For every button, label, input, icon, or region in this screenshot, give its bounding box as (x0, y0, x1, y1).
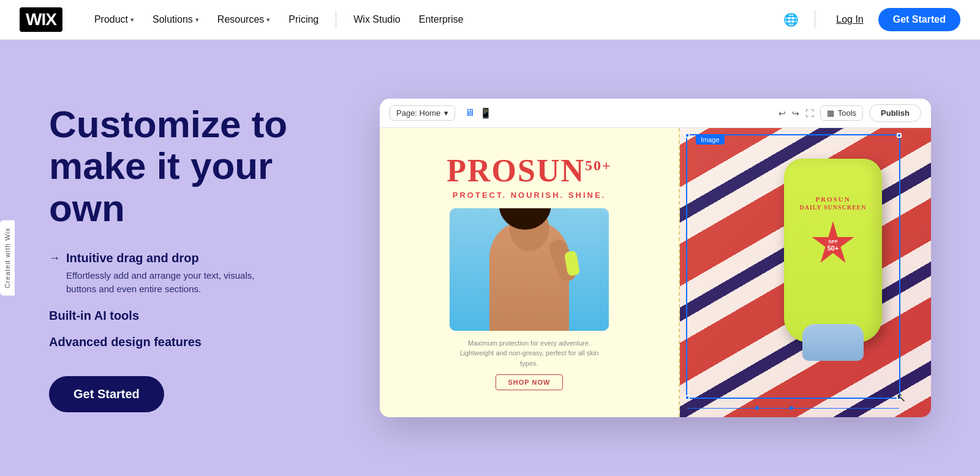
toolbar-right: ↩ ↪ ⛶ ▦ Tools Publish (778, 104, 921, 122)
chevron-down-icon: ▾ (130, 16, 134, 24)
nav-right: 🌐 Log In Get Started (783, 8, 960, 31)
feature-item-design: Advanced design features (49, 335, 355, 349)
nav-label-enterprise: Enterprise (419, 14, 464, 25)
tools-button[interactable]: ▦ Tools (820, 105, 863, 121)
editor-mockup: Page: Home ▾ 🖥 📱 ↩ ↪ ⛶ ▦ Tools Publis (380, 99, 931, 417)
login-link[interactable]: Log In (831, 10, 868, 29)
cursor-icon: ↖ (896, 390, 907, 405)
prosun-page-panel: PROSUN50+ PROTECT. NOURISH. SHINE. (380, 128, 680, 417)
bottle-cap (802, 324, 864, 361)
wix-logo[interactable]: WIX (20, 7, 62, 32)
bottle-brand: PROSUN DAILY SUNSCREEN (784, 195, 882, 211)
nav-divider (336, 10, 336, 29)
image-editing-panel: Image (680, 128, 931, 417)
bottle-sub-label: PROSUN (784, 195, 882, 203)
prosun-tagline: PROTECT. NOURISH. SHINE. (453, 191, 606, 200)
hero-section: Created with Wix Customize to make it yo… (0, 40, 980, 476)
feature-item-ai-tools: Built-in AI tools (49, 309, 355, 323)
nav-item-product[interactable]: Product ▾ (87, 10, 141, 29)
mobile-icon[interactable]: 📱 (480, 107, 492, 119)
nav-divider-2 (815, 10, 815, 29)
bottle-body: PROSUN DAILY SUNSCREEN SPF 50+ (784, 159, 882, 342)
feature-main-drag-drop[interactable]: → Intuitive drag and drop (49, 251, 355, 265)
page-selector[interactable]: Page: Home ▾ (390, 105, 455, 121)
editor-toolbar: Page: Home ▾ 🖥 📱 ↩ ↪ ⛶ ▦ Tools Publis (380, 99, 931, 128)
chevron-down-icon: ▾ (444, 108, 448, 118)
globe-icon[interactable]: 🌐 (783, 12, 799, 27)
prosun-description: Maximum protection for every adventure. … (456, 338, 603, 369)
nav-label-solutions: Solutions (153, 14, 193, 25)
nav-item-solutions[interactable]: Solutions ▾ (145, 10, 206, 29)
prosun-logo: PROSUN50+ (447, 155, 611, 187)
nav-label-wix-studio: Wix Studio (353, 14, 400, 25)
nav-item-wix-studio[interactable]: Wix Studio (346, 10, 407, 29)
nav-item-enterprise[interactable]: Enterprise (412, 10, 471, 29)
feature-item-drag-drop: → Intuitive drag and drop Effortlessly a… (49, 251, 355, 297)
desktop-icon[interactable]: 🖥 (465, 107, 475, 119)
tools-label: Tools (838, 108, 856, 118)
bottle-sub-text: DAILY SUNSCREEN (784, 204, 882, 211)
nav-item-pricing[interactable]: Pricing (281, 10, 326, 29)
prosun-product-image (450, 208, 609, 331)
feature-desc-drag-drop: Effortlessly add and arrange your text, … (66, 269, 274, 297)
hero-features: → Intuitive drag and drop Effortlessly a… (49, 251, 355, 349)
nav-label-resources: Resources (217, 14, 264, 25)
sunscreen-bottle: PROSUN DAILY SUNSCREEN SPF 50+ (772, 140, 894, 373)
page-label: Page: Home (396, 108, 440, 118)
chevron-down-icon: ▾ (266, 16, 270, 24)
nav-links: Product ▾ Solutions ▾ Resources ▾ Pricin… (87, 10, 783, 29)
undo-icon[interactable]: ↩ (778, 108, 786, 118)
navbar: WIX Product ▾ Solutions ▾ Resources ▾ Pr… (0, 0, 980, 40)
tools-icon: ▦ (827, 108, 834, 118)
nav-item-resources[interactable]: Resources ▾ (210, 10, 277, 29)
chevron-down-icon: ▾ (195, 16, 199, 24)
feature-label-ai-tools[interactable]: Built-in AI tools (49, 309, 355, 323)
nav-label-pricing: Pricing (288, 14, 318, 25)
prosun-spf: 50+ (585, 157, 612, 173)
spf-badge: SPF 50+ (810, 220, 856, 266)
hero-content-left: Customize to make it your own → Intuitiv… (49, 104, 355, 412)
view-icons: 🖥 📱 (465, 107, 492, 119)
svg-text:50+: 50+ (827, 244, 839, 252)
hero-right: Page: Home ▾ 🖥 📱 ↩ ↪ ⛶ ▦ Tools Publis (355, 40, 931, 476)
svg-text:SPF: SPF (828, 239, 838, 244)
editor-body: PROSUN50+ PROTECT. NOURISH. SHINE. (380, 128, 931, 417)
nav-get-started-button[interactable]: Get Started (878, 8, 960, 31)
wix-side-tab: Created with Wix (0, 220, 15, 295)
arrow-icon: → (49, 252, 60, 265)
hero-headline: Customize to make it your own (49, 104, 355, 229)
feature-label-design[interactable]: Advanced design features (49, 335, 355, 349)
prosun-shop-button[interactable]: SHOP NOW (496, 374, 564, 390)
feature-label-drag-drop: Intuitive drag and drop (66, 251, 199, 265)
hero-cta-button[interactable]: Get Started (49, 376, 164, 412)
expand-icon[interactable]: ⛶ (805, 108, 814, 118)
publish-button[interactable]: Publish (869, 104, 921, 122)
nav-label-product: Product (94, 14, 128, 25)
redo-icon[interactable]: ↪ (792, 108, 799, 118)
